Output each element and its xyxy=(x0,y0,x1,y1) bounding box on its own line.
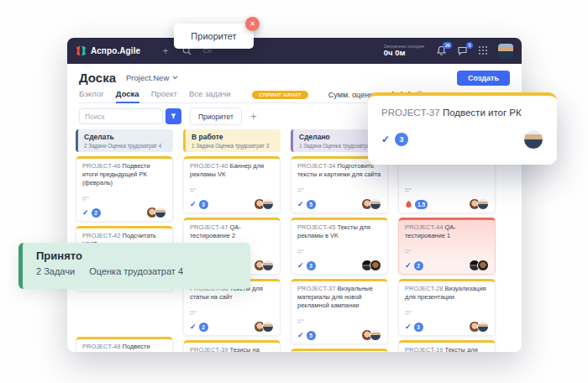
accepted-title: Принято xyxy=(36,249,237,262)
task-code: PROJECT-34 xyxy=(297,162,335,170)
task-card-footer: ✓ 3 xyxy=(381,129,543,150)
done-check-icon: ✓ xyxy=(381,134,390,144)
task-code: PROJECT-47 xyxy=(190,223,228,231)
project-selector[interactable]: Project.New xyxy=(126,73,178,82)
estimate-group: ✓ 3 xyxy=(381,133,408,146)
avatar xyxy=(477,321,489,333)
filter-button[interactable] xyxy=(165,108,181,124)
task-card-footer: ✓3 xyxy=(297,260,381,270)
task-card[interactable]: 1.5 xyxy=(398,156,496,213)
board-column-todo: Сделать2 Задачи Оценка трудозатрат 4PROJ… xyxy=(76,129,173,352)
assignee-avatars xyxy=(472,198,489,210)
task-card[interactable]: PROJECT-39 Тезисы на основе теории✓3 xyxy=(183,340,281,352)
time-tracker: Затрачено сегодня 0ч 0м xyxy=(384,44,424,57)
task-card[interactable]: PROJECT-34 Подготовить тексты и картинки… xyxy=(291,156,388,213)
description-icon xyxy=(405,181,489,197)
estimate-badge: 2 xyxy=(414,261,423,270)
sprint-status-badge: СПРИНТ НАЧАТ xyxy=(252,91,307,99)
avatar xyxy=(523,129,543,150)
estimate-badge: 3 xyxy=(395,133,408,146)
task-card-footer: ✓2 xyxy=(82,207,166,218)
add-filter-button[interactable]: + xyxy=(250,108,257,124)
task-card-footer: ✓3 xyxy=(190,199,274,209)
filter-chip-priority[interactable]: Приоритет xyxy=(190,108,242,125)
done-check-icon: ✓ xyxy=(190,201,197,208)
estimate-badge: 5 xyxy=(307,200,316,209)
tab-Проект[interactable]: Проект xyxy=(151,89,177,102)
accepted-stats: 2 Задачи Оценка трудозатрат 4 xyxy=(36,266,237,276)
time-tracked-value: 0ч 0м xyxy=(384,49,424,57)
task-card[interactable]: PROJECT-45 Тексты для рекламы в VK✓3 xyxy=(291,218,388,275)
done-check-icon: ✓ xyxy=(405,262,412,270)
tab-Все задачи[interactable]: Все задачи xyxy=(189,89,231,102)
app-window: Аспро.Agile + Сп Затрачено сегодня 0ч 0м… xyxy=(67,38,522,352)
task-card[interactable]: PROJECT-28 Визуализация для презентации✓… xyxy=(398,279,496,336)
avatar xyxy=(477,198,489,210)
tab-Бэклог[interactable]: Бэклог xyxy=(79,89,104,102)
task-card-footer: ✓2 xyxy=(405,260,489,270)
avatar xyxy=(155,207,166,218)
messages-count-badge: 5 xyxy=(466,42,473,49)
task-card[interactable]: PROJECT-48 Подвести итоги РК✓2 xyxy=(76,337,173,352)
estimate-group: ✓3 xyxy=(297,261,316,270)
app-name: Аспро.Agile xyxy=(91,46,140,55)
task-card[interactable]: PROJECT-37 Визуальные материалы для ново… xyxy=(291,279,388,344)
estimate-badge: 5 xyxy=(307,331,316,340)
task-title: PROJECT-37 Визуальные материалы для ново… xyxy=(297,285,381,310)
task-title: PROJECT-34 Подготовить тексты и картинки… xyxy=(297,162,381,179)
task-card[interactable]: PROJECT-23 Итоги РК✓5 xyxy=(291,349,388,352)
task-code: PROJECT-28 xyxy=(405,285,443,292)
task-code: PROJECT-37 xyxy=(297,285,335,292)
task-title: PROJECT-39 Тезисы на основе теории xyxy=(190,346,274,352)
assignee-avatars xyxy=(365,198,381,210)
messages-button[interactable]: 5 xyxy=(457,45,468,56)
search-input[interactable] xyxy=(79,108,163,124)
task-card-footer: ✓3 xyxy=(405,322,489,332)
task-card-callout[interactable]: PROJECT-37 Подвести итог РК ✓ 3 xyxy=(368,92,557,165)
description-icon xyxy=(82,190,166,205)
priority-tooltip-label: Приоритет xyxy=(191,31,236,41)
create-button[interactable]: Создать xyxy=(457,71,510,86)
board-column-progress: В работе1 Задача Оценка трудозатрат 3PRO… xyxy=(183,129,281,352)
estimate-badge: 1.5 xyxy=(415,200,428,209)
task-card[interactable]: PROJECT-44 QA-тестирование 1✓2 xyxy=(398,218,496,275)
app-logo-icon xyxy=(76,45,87,56)
priority-tooltip: Приоритет ✕ xyxy=(174,24,254,49)
accepted-column-callout: Принято 2 Задачи Оценка трудозатрат 4 xyxy=(18,243,250,289)
description-icon xyxy=(297,243,381,258)
column-name: В работе xyxy=(192,133,275,141)
tab-Доска[interactable]: Доска xyxy=(116,89,139,103)
user-avatar[interactable] xyxy=(498,44,513,59)
estimate-group: ✓5 xyxy=(297,331,316,340)
estimate-group: ✓3 xyxy=(405,323,423,332)
estimate-badge: 3 xyxy=(199,200,208,209)
task-code: PROJECT-46 xyxy=(82,162,120,170)
notifications-count-badge: 26 xyxy=(443,42,452,49)
assignee-avatars xyxy=(365,329,381,341)
project-name: Project.New xyxy=(126,73,169,82)
task-code: PROJECT-39 xyxy=(190,346,228,352)
task-code: PROJECT-42 xyxy=(82,232,120,239)
task-title: PROJECT-19 Тексты для рекламы VK xyxy=(405,346,489,352)
avatar xyxy=(370,260,381,271)
avatar xyxy=(370,329,381,341)
top-navigation-bar: Аспро.Agile + Сп Затрачено сегодня 0ч 0м… xyxy=(67,38,522,64)
avatar xyxy=(477,260,489,271)
task-card[interactable]: PROJECT-19 Тексты для рекламы VK✓5 xyxy=(398,340,496,352)
notifications-button[interactable]: 26 xyxy=(436,45,447,56)
avatar xyxy=(262,260,274,271)
assignee-avatars xyxy=(257,321,274,333)
urgent-icon xyxy=(405,197,412,212)
task-card[interactable]: PROJECT-40 Баннер для рекламы VK✓3 xyxy=(183,156,281,213)
add-icon[interactable]: + xyxy=(162,45,169,56)
task-card[interactable]: PROJECT-46 Подвести итоги предыдущей РК … xyxy=(76,156,173,222)
task-title: PROJECT-37 Подвести итог РК xyxy=(381,108,543,118)
task-card-footer: ✓5 xyxy=(297,330,381,340)
task-title xyxy=(405,162,489,179)
avatar xyxy=(262,321,274,333)
apps-grid-button[interactable] xyxy=(478,44,488,59)
close-icon[interactable]: ✕ xyxy=(245,17,260,31)
column-header: В работе1 Задача Оценка трудозатрат 3 xyxy=(183,129,281,152)
topbar-right-group: Затрачено сегодня 0ч 0м 26 5 xyxy=(384,44,513,59)
description-icon xyxy=(405,243,489,258)
